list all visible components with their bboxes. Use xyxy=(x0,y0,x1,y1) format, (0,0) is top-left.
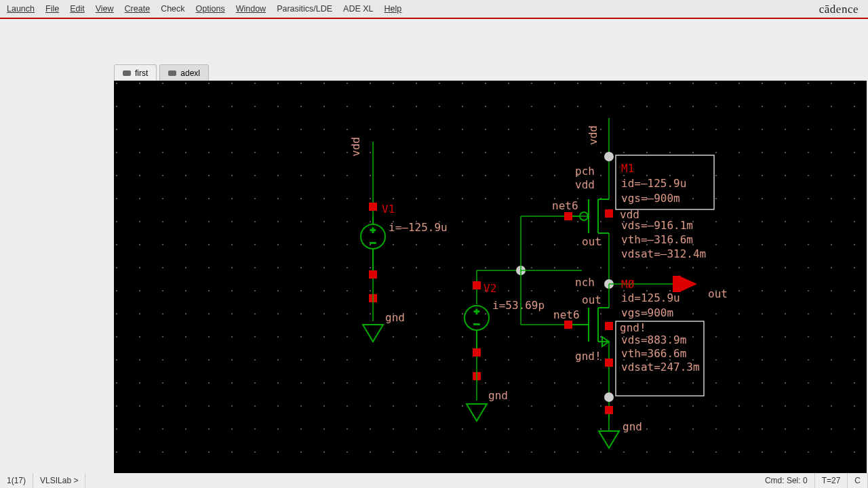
svg-text:id=–125.9u: id=–125.9u xyxy=(621,177,686,190)
svg-text:i=53.69p: i=53.69p xyxy=(492,299,545,312)
menu-check[interactable]: Check xyxy=(161,4,184,14)
tab-adexl[interactable]: adexl xyxy=(159,64,209,81)
svg-rect-67 xyxy=(673,276,681,292)
svg-text:vdd: vdd xyxy=(587,125,599,145)
status-prompt[interactable]: VLSILab > xyxy=(33,473,85,488)
svg-text:net6: net6 xyxy=(553,308,580,321)
menu-help[interactable]: Help xyxy=(384,4,402,14)
svg-rect-38 xyxy=(564,321,572,329)
svg-rect-81 xyxy=(605,406,613,414)
menu-edit[interactable]: Edit xyxy=(70,4,85,14)
svg-text:MØ: MØ xyxy=(621,278,635,291)
eye-icon xyxy=(123,70,131,76)
svg-text:net6: net6 xyxy=(552,199,578,212)
svg-point-43 xyxy=(604,152,614,161)
svg-text:id=125.9u: id=125.9u xyxy=(621,291,680,304)
status-cmd: Cmd: Sel: 0 xyxy=(758,473,815,488)
tab-first[interactable]: first xyxy=(114,64,157,81)
svg-text:pch: pch xyxy=(575,165,595,178)
brand-logo: cādence xyxy=(819,3,859,16)
svg-text:gnd: gnd xyxy=(488,389,508,402)
svg-text:nch: nch xyxy=(575,276,595,289)
menu-launch[interactable]: Launch xyxy=(7,4,35,14)
svg-rect-79 xyxy=(605,322,613,330)
svg-rect-21 xyxy=(473,281,481,289)
svg-text:vth=–316.6m: vth=–316.6m xyxy=(621,233,693,246)
svg-text:vgs=900m: vgs=900m xyxy=(621,306,673,319)
menu-parasitics[interactable]: Parasitics/LDE xyxy=(277,4,332,14)
svg-text:out: out xyxy=(582,235,601,248)
menu-options[interactable]: Options xyxy=(196,4,225,14)
menu-adexl[interactable]: ADE XL xyxy=(343,4,373,14)
svg-rect-12 xyxy=(369,270,377,279)
status-left: 1(17) xyxy=(0,473,33,488)
tabs: first adexl xyxy=(114,64,209,81)
svg-text:vdd: vdd xyxy=(349,137,362,157)
svg-rect-37 xyxy=(564,212,572,220)
status-unit: C xyxy=(848,473,868,488)
svg-rect-4 xyxy=(369,203,377,211)
svg-text:V1: V1 xyxy=(382,203,395,216)
svg-point-91 xyxy=(604,392,614,402)
svg-text:vds=–916.1m: vds=–916.1m xyxy=(621,219,693,232)
status-bar: 1(17) VLSILab > Cmd: Sel: 0 T=27 C xyxy=(0,473,868,488)
svg-text:vdsat=247.3m: vdsat=247.3m xyxy=(621,361,700,373)
status-temp: T=27 xyxy=(815,473,848,488)
menubar: Launch File Edit View Create Check Optio… xyxy=(0,0,868,18)
svg-text:+: + xyxy=(474,306,479,317)
svg-text:i=–125.9u: i=–125.9u xyxy=(389,221,448,234)
svg-text:out: out xyxy=(582,293,601,306)
menu-window[interactable]: Window xyxy=(236,4,266,14)
svg-text:V2: V2 xyxy=(484,282,496,295)
svg-text:gnd!: gnd! xyxy=(620,321,646,334)
svg-text:–: – xyxy=(474,319,479,329)
svg-text:M1: M1 xyxy=(621,162,634,175)
svg-rect-80 xyxy=(605,359,613,367)
svg-text:vth=366.6m: vth=366.6m xyxy=(621,347,686,360)
menu-file[interactable]: File xyxy=(45,4,59,14)
svg-text:vdd: vdd xyxy=(575,178,595,191)
svg-text:gnd: gnd xyxy=(623,420,642,433)
svg-text:vgs=–900m: vgs=–900m xyxy=(621,192,680,205)
svg-rect-54 xyxy=(605,209,613,218)
svg-rect-1 xyxy=(114,81,867,477)
svg-text:vdsat=–312.4m: vdsat=–312.4m xyxy=(621,247,706,260)
svg-text:vds=883.9m: vds=883.9m xyxy=(621,333,686,346)
menu-view[interactable]: View xyxy=(96,4,114,14)
svg-text:out: out xyxy=(708,287,728,300)
svg-text:–: – xyxy=(370,237,376,247)
svg-text:+: + xyxy=(370,225,376,235)
pencil-icon xyxy=(168,70,176,76)
schematic-canvas[interactable]: vdd + – V1 i=–125.9u gnd xyxy=(114,81,867,477)
svg-text:gnd!: gnd! xyxy=(575,350,601,363)
svg-rect-26 xyxy=(473,348,481,357)
work-area: first adexl vdd xyxy=(0,19,868,488)
svg-text:gnd: gnd xyxy=(385,311,405,324)
menu-create[interactable]: Create xyxy=(125,4,151,14)
